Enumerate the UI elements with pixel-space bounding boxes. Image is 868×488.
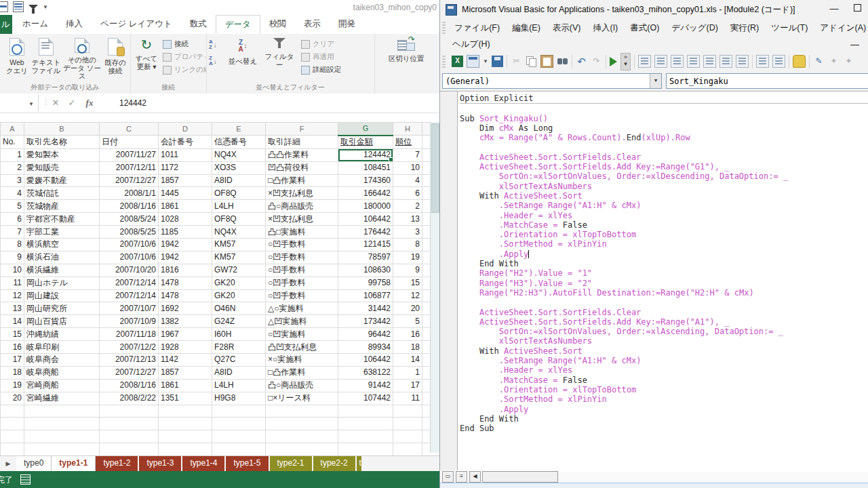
copy-button[interactable] (526, 56, 537, 67)
code-line[interactable]: cMx = Range("A" & Rows.Count).End(xlUp).… (460, 133, 868, 142)
vertical-scrollbar-thumb[interactable] (431, 123, 439, 213)
cell[interactable]: F28R (212, 341, 266, 354)
ribbon-tab[interactable]: 表示 (295, 15, 330, 34)
code-line[interactable]: .Apply (460, 405, 868, 414)
cell[interactable]: 2008/1/1 (100, 187, 159, 200)
cell[interactable]: GK20 (212, 289, 266, 302)
cell[interactable]: 1816 (159, 264, 212, 277)
cell[interactable]: Q27C (212, 354, 266, 367)
cell[interactable]: 横浜石油 (24, 251, 100, 264)
column-header[interactable]: G (338, 123, 393, 136)
cell[interactable]: 5 (393, 315, 422, 328)
cell[interactable] (393, 430, 422, 443)
code-line[interactable]: End With (460, 414, 868, 424)
menu-debug[interactable]: デバッグ(D) (665, 22, 724, 34)
cell[interactable]: XO3S (212, 161, 266, 174)
code-line[interactable]: With ActiveSheet.Sort (460, 346, 868, 356)
cell[interactable]: 173442 (338, 315, 393, 328)
code-line[interactable]: SortOn:=xlSortOnValues, Order:=xlDescend… (460, 171, 868, 181)
full-module-view-button[interactable]: ≡ (456, 471, 467, 483)
cell[interactable]: 岐阜商会 (24, 354, 100, 367)
menu-run[interactable]: 実行(R) (724, 22, 765, 34)
cell[interactable]: OF8Q (212, 213, 266, 226)
sort-ascending-button[interactable]: AZ↓ (209, 39, 217, 50)
header-cell[interactable]: 取引金額 (338, 136, 393, 148)
cell[interactable]: 3 (1, 174, 24, 187)
cell[interactable]: ×凹支払利息 (266, 187, 338, 200)
cell[interactable]: 沖縄紡績 (24, 328, 100, 341)
cell[interactable]: 99758 (338, 277, 393, 289)
cell[interactable]: 愛媛不動産 (24, 174, 100, 187)
cell[interactable]: L4LH (212, 200, 266, 213)
cell[interactable]: ○凹実施料 (266, 328, 338, 341)
macro-record-icon[interactable] (20, 474, 31, 485)
view-excel-button[interactable]: X (452, 56, 463, 67)
cell[interactable]: 凸○商品販売 (266, 379, 338, 392)
cell[interactable]: 1011 (159, 148, 212, 161)
cell[interactable]: ○凹手数料 (266, 277, 338, 289)
cell[interactable]: 14 (1, 315, 24, 328)
cell[interactable]: 18 (393, 341, 422, 354)
cell[interactable] (266, 418, 338, 430)
cell[interactable]: 1351 (159, 392, 212, 405)
menu-tools[interactable]: ツール(T) (765, 22, 814, 34)
cell[interactable]: 11 (393, 392, 422, 405)
object-dropdown[interactable]: (General) ▼ (442, 73, 662, 89)
cell[interactable]: 1445 (159, 187, 212, 200)
column-header[interactable]: D (159, 123, 212, 136)
cell[interactable]: □×リース料 (266, 392, 338, 405)
cell[interactable] (212, 430, 266, 443)
cell[interactable] (100, 443, 159, 456)
cell[interactable]: 岡山百貨店 (24, 315, 100, 328)
properties-button[interactable]: プロパティ (163, 52, 207, 62)
redo-button[interactable]: ↷ (591, 56, 602, 67)
cell[interactable]: 12 (1, 289, 24, 302)
cell[interactable]: 1942 (159, 239, 212, 251)
cell[interactable]: 1861 (159, 379, 212, 392)
cell[interactable]: 岐阜商船 (24, 366, 100, 379)
cell[interactable]: 166442 (338, 187, 393, 200)
menu-insert[interactable]: 挿入(I) (587, 22, 624, 34)
cell[interactable] (24, 443, 100, 456)
cell[interactable]: A8ID (212, 366, 266, 379)
cell[interactable]: 2007/10/6 (100, 251, 159, 264)
edit-links-button[interactable]: リンクの編集 (163, 64, 207, 75)
formula-bar-value[interactable]: 124442 (119, 96, 146, 110)
cell[interactable]: 6 (393, 187, 422, 200)
cell[interactable]: 20 (393, 302, 422, 315)
code-line[interactable]: .MatchCase = False (460, 220, 868, 230)
cell[interactable]: 8 (393, 239, 422, 251)
cell[interactable]: 宮崎繊維 (24, 392, 100, 405)
menu-view[interactable]: 表示(V) (547, 22, 587, 34)
cell[interactable]: 1142 (159, 354, 212, 367)
cell[interactable]: 11 (1, 277, 24, 289)
cell[interactable]: 12 (393, 289, 422, 302)
cell[interactable] (338, 405, 393, 418)
cell[interactable]: NQ4X (212, 226, 266, 239)
code-line[interactable]: .Header = xlYes (460, 365, 868, 375)
code-line[interactable]: Option Explicit (460, 94, 868, 103)
sheet-tab-t[interactable]: t (357, 456, 363, 472)
cell[interactable]: 2007/11/27 (100, 148, 159, 161)
advanced-filter-button[interactable]: 詳細設定 (301, 64, 341, 75)
cell[interactable]: 凸凹支払利息 (266, 341, 338, 354)
code-line[interactable] (460, 142, 868, 152)
cell[interactable]: 1172 (159, 161, 212, 174)
cell[interactable]: 凹凸荷役料 (266, 161, 338, 174)
code-line[interactable]: End With (460, 259, 868, 268)
cell[interactable]: ×凹支払利息 (266, 213, 338, 226)
sheet-tab-type1-2[interactable]: type1-2 (96, 456, 139, 472)
code-line[interactable]: .SetRange Range("A1:H" & cMx) (460, 356, 868, 365)
cell[interactable]: 1942 (159, 251, 212, 264)
enter-button[interactable]: ✓ (65, 96, 79, 110)
qat-filter-icon[interactable] (28, 5, 38, 9)
procedure-dropdown[interactable]: Sort_Kingaku (666, 73, 868, 89)
column-header[interactable]: H (393, 123, 422, 136)
code-line[interactable]: xlSortTextAsNumbers (460, 336, 868, 346)
cell[interactable] (212, 418, 266, 430)
code-line[interactable]: .Header = xlYes (460, 211, 868, 220)
code-line[interactable]: Range("H3").Value = "2" (460, 279, 868, 288)
cell[interactable]: NQ4X (212, 148, 266, 161)
column-header[interactable]: E (212, 123, 266, 136)
paste-button[interactable] (540, 55, 553, 68)
